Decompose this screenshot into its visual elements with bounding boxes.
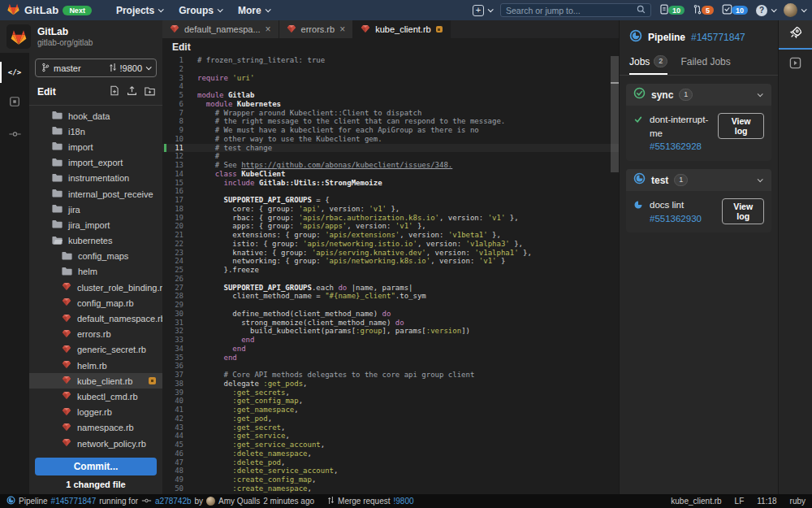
code-line-25[interactable]: 25 }.freeze (162, 266, 619, 275)
code-line-30[interactable]: 30 define_method(client_method_name) do (162, 310, 619, 319)
merge-requests-button[interactable]: 5 (693, 4, 714, 17)
statusbar-language[interactable]: ruby (790, 497, 806, 506)
code-line-15[interactable]: 15 include Gitlab::Utils::StrongMemoize (162, 179, 619, 188)
code-line-44[interactable]: 44 :get_service, (162, 432, 619, 441)
pipelines-panel-button[interactable] (779, 20, 812, 50)
job-id-link[interactable]: #551362930 (650, 214, 702, 224)
search-input[interactable] (506, 6, 633, 15)
close-icon[interactable]: × (339, 24, 345, 34)
folder-row-import_export[interactable]: import_export (29, 155, 162, 171)
file-row-kubectl_cmd.rb[interactable]: kubectl_cmd.rb (29, 389, 162, 404)
upload-file-icon[interactable] (127, 85, 137, 99)
todos-button[interactable]: 10 (722, 4, 748, 17)
code-line-31[interactable]: 31 strong_memoize(client_method_name) do (162, 319, 619, 328)
code-line-2[interactable]: 2 (162, 65, 619, 74)
stage-header-test[interactable]: test1 (626, 169, 771, 191)
code-line-23[interactable]: 23 knative: { group: 'apis/serving.knati… (162, 249, 619, 258)
code-line-35[interactable]: 35 end (162, 354, 619, 363)
code-line-14[interactable]: 14 class KubeClient (162, 170, 619, 179)
web-terminal-button[interactable] (779, 50, 812, 79)
commit-button[interactable]: Commit... (35, 458, 157, 475)
code-line-42[interactable]: 42 :get_pod, (162, 415, 619, 423)
code-line-49[interactable]: 49 :create_config_map, (162, 475, 619, 484)
code-line-4[interactable]: 4 (162, 82, 619, 91)
code-line-43[interactable]: 43 :get_secret, (162, 423, 619, 432)
pipeline-id-link[interactable]: #145771847 (51, 497, 97, 506)
pipeline-id-link[interactable]: #145771847 (691, 32, 745, 43)
statusbar-filename[interactable]: kube_client.rb (671, 497, 721, 506)
file-row-errors.rb[interactable]: errors.rb (29, 327, 162, 342)
commit-sha-link[interactable]: a278742b (155, 497, 192, 506)
project-header[interactable]: GitLab gitlab-org/gitlab (0, 20, 162, 53)
code-line-9[interactable]: 9 # We must have a kubeclient for each A… (162, 126, 619, 135)
editor-tab-default_namespa...[interactable]: default_namespa...× (162, 20, 279, 38)
tab-failed-jobs[interactable]: Failed Jobs (680, 55, 730, 75)
file-row-network_policy.rb[interactable]: network_policy.rb (29, 436, 162, 451)
folder-row-kubernetes[interactable]: kubernetes (29, 233, 162, 249)
close-icon[interactable]: × (266, 24, 271, 34)
tab-jobs[interactable]: Jobs 2 (629, 55, 667, 75)
code-line-37[interactable]: 37 # Core API methods delegates to the c… (162, 371, 619, 380)
code-line-17[interactable]: 17 SUPPORTED_API_GROUPS = { (162, 196, 619, 205)
menu-projects[interactable]: Projects (116, 5, 162, 16)
code-line-46[interactable]: 46 :delete_namespace, (162, 449, 619, 458)
menu-more[interactable]: More (238, 5, 270, 16)
file-row-logger.rb[interactable]: logger.rb (29, 405, 162, 420)
file-row-default_namespace.rb[interactable]: default_namespace.rb (29, 310, 162, 326)
code-line-1[interactable]: 1# frozen_string_literal: true (162, 56, 619, 65)
code-line-50[interactable]: 50 :create_namespace, (162, 484, 619, 493)
job-id-link[interactable]: #551362928 (650, 141, 702, 151)
user-menu[interactable] (784, 3, 806, 17)
commit-mode-button[interactable] (0, 121, 29, 147)
folder-row-jira[interactable]: jira (29, 202, 162, 217)
code-line-34[interactable]: 34 end (162, 345, 619, 354)
code-line-32[interactable]: 32 build_kubeclient(params[:group], para… (162, 327, 619, 336)
code-line-45[interactable]: 45 :get_service_account, (162, 441, 619, 449)
menu-groups[interactable]: Groups (179, 5, 222, 16)
scrollbar-thumb[interactable] (611, 56, 619, 172)
view-log-button[interactable]: View log (722, 198, 764, 224)
statusbar-cursor-position[interactable]: 11:18 (757, 497, 776, 506)
new-menu-button[interactable]: + (473, 5, 492, 16)
file-row-config_map.rb[interactable]: config_map.rb (29, 295, 162, 310)
code-line-10[interactable]: 10 # other way to use the Kubeclient gem… (162, 135, 619, 144)
code-line-16[interactable]: 16 (162, 187, 619, 196)
file-row-cluster_role_binding.rb[interactable]: cluster_role_binding.rb (29, 280, 162, 295)
code-line-11[interactable]: 11 # test change (162, 144, 619, 153)
file-row-helm.rb[interactable]: helm.rb (29, 358, 162, 373)
file-row-kube_client.rb[interactable]: kube_client.rb (29, 373, 162, 389)
file-row-namespace.rb[interactable]: namespace.rb (29, 420, 162, 436)
editor-scrollbar[interactable] (611, 56, 619, 494)
code-line-6[interactable]: 6 module Kubernetes (162, 100, 619, 109)
editor-tab-kube_client.rb[interactable]: kube_client.rb (353, 20, 451, 38)
statusbar-eol[interactable]: LF (735, 497, 745, 506)
code-line-38[interactable]: 38 delegate :get_pods, (162, 380, 619, 389)
issues-button[interactable]: 10 (659, 4, 685, 17)
code-line-29[interactable]: 29 (162, 301, 619, 310)
review-mode-button[interactable] (0, 90, 29, 116)
code-line-36[interactable]: 36 (162, 362, 619, 371)
code-line-22[interactable]: 22 istio: { group: 'apis/networking.isti… (162, 240, 619, 249)
code-line-47[interactable]: 47 :delete_pod, (162, 458, 619, 467)
code-line-7[interactable]: 7 # Wrapper around Kubeclient::Client to… (162, 109, 619, 118)
code-line-3[interactable]: 3require 'uri' (162, 74, 619, 83)
help-menu[interactable]: ? (756, 5, 775, 16)
merge-request-link[interactable]: !9800 (394, 497, 414, 506)
file-row-generic_secret.rb[interactable]: generic_secret.rb (29, 342, 162, 358)
code-line-13[interactable]: 13 # See https://github.com/abonas/kubec… (162, 161, 619, 170)
code-line-18[interactable]: 18 core: { group: 'api', version: 'v1' }… (162, 205, 619, 214)
code-line-19[interactable]: 19 rbac: { group: 'apis/rbac.authorizati… (162, 214, 619, 223)
code-line-20[interactable]: 20 apps: { group: 'apis/apps', version: … (162, 222, 619, 231)
folder-row-hook_data[interactable]: hook_data (29, 108, 162, 124)
code-line-40[interactable]: 40 :get_config_map, (162, 397, 619, 406)
code-line-41[interactable]: 41 :get_namespace, (162, 406, 619, 415)
folder-row-instrumentation[interactable]: instrumentation (29, 171, 162, 186)
code-line-39[interactable]: 39 :get_secrets, (162, 389, 619, 397)
view-log-button[interactable]: View log (718, 113, 764, 139)
stage-header-sync[interactable]: sync1 (626, 84, 771, 106)
code-line-24[interactable]: 24 networking: { group: 'apis/networking… (162, 257, 619, 266)
code-line-26[interactable]: 26 (162, 275, 619, 284)
folder-row-helm[interactable]: helm (29, 264, 162, 280)
folder-row-i18n[interactable]: i18n (29, 124, 162, 139)
gitlab-brand[interactable]: GitLab Next (6, 2, 92, 18)
